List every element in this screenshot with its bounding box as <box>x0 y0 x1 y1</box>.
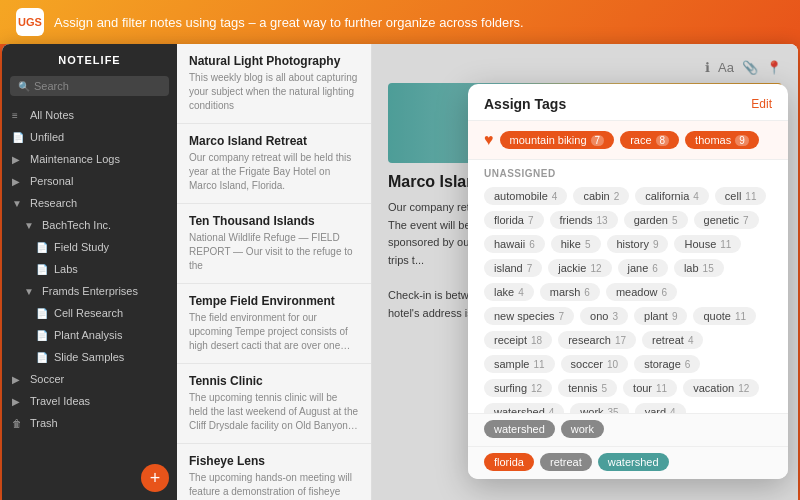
note-title: Fisheye Lens <box>189 454 359 468</box>
tag-storage[interactable]: storage6 <box>634 355 700 373</box>
tag-friends[interactable]: friends13 <box>550 211 618 229</box>
sidebar-item-trash[interactable]: 🗑 Trash <box>2 412 177 434</box>
tag-retreat[interactable]: retreat4 <box>642 331 703 349</box>
tag-lake[interactable]: lake4 <box>484 283 534 301</box>
search-icon: 🔍 <box>18 81 30 92</box>
tag-cabin[interactable]: cabin2 <box>573 187 629 205</box>
sidebar-item-slide-samples[interactable]: 📄 Slide Samples <box>2 346 177 368</box>
sidebar-item-all-notes[interactable]: ≡ All Notes <box>2 104 177 126</box>
tag-sample[interactable]: sample11 <box>484 355 555 373</box>
tag-meadow[interactable]: meadow6 <box>606 283 677 301</box>
add-note-button[interactable]: + <box>141 464 169 492</box>
doc-icon: 📄 <box>36 308 48 319</box>
doc-icon: 📄 <box>36 264 48 275</box>
sidebar-item-cell-research[interactable]: 📄 Cell Research <box>2 302 177 324</box>
sidebar-item-maintenance[interactable]: ▶ Maintenance Logs <box>2 148 177 170</box>
tag-california[interactable]: california4 <box>635 187 709 205</box>
modal-edit-button[interactable]: Edit <box>751 97 772 111</box>
tag-receipt[interactable]: receipt18 <box>484 331 552 349</box>
doc-icon: 📄 <box>36 352 48 363</box>
sidebar-item-soccer[interactable]: ▶ Soccer <box>2 368 177 390</box>
unassigned-label: UNASSIGNED <box>468 160 788 183</box>
tag-garden[interactable]: garden5 <box>624 211 688 229</box>
folder-open-icon: ▼ <box>24 286 36 297</box>
tag-hawaii[interactable]: hawaii6 <box>484 235 545 253</box>
note-item-photography[interactable]: Natural Light Photography This weekly bl… <box>177 44 371 124</box>
tag-plant[interactable]: plant9 <box>634 307 687 325</box>
sidebar-bottom: + <box>2 456 177 500</box>
tag-history[interactable]: history9 <box>607 235 669 253</box>
sidebar-header: NOTELIFE <box>2 44 177 72</box>
sidebar-item-plant-analysis[interactable]: 📄 Plant Analysis <box>2 324 177 346</box>
tag-florida[interactable]: florida7 <box>484 211 544 229</box>
tag-watershed[interactable]: watershed4 <box>484 403 564 413</box>
tag-quote[interactable]: quote11 <box>693 307 756 325</box>
note-title: Tennis Clinic <box>189 374 359 388</box>
sidebar-item-research[interactable]: ▼ Research <box>2 192 177 214</box>
note-title: Natural Light Photography <box>189 54 359 68</box>
note-title: Tempe Field Environment <box>189 294 359 308</box>
bottom-tags-bar-1: watershed work <box>468 413 788 446</box>
folder-icon: ▶ <box>12 154 24 165</box>
selected-tag-mountain-biking[interactable]: mountain biking 7 <box>500 131 615 149</box>
selected-tag-race[interactable]: race 8 <box>620 131 679 149</box>
top-banner: UGS Assign and filter notes using tags –… <box>0 0 800 44</box>
sidebar: NOTELIFE 🔍 Search ≡ All Notes 📄 Unfiled … <box>2 44 177 500</box>
note-item-tempe[interactable]: Tempe Field Environment The field enviro… <box>177 284 371 364</box>
sidebar-item-field-study[interactable]: 📄 Field Study <box>2 236 177 258</box>
sidebar-item-personal[interactable]: ▶ Personal <box>2 170 177 192</box>
tag-tennis[interactable]: tennis5 <box>558 379 617 397</box>
trash-icon: 🗑 <box>12 418 24 429</box>
note-preview: The upcoming hands-on meeting will featu… <box>189 471 359 500</box>
bottom-tag-retreat: retreat <box>540 453 592 471</box>
doc-icon: 📄 <box>12 132 24 143</box>
sidebar-item-labs[interactable]: 📄 Labs <box>2 258 177 280</box>
folder-icon: ▶ <box>12 176 24 187</box>
tag-research[interactable]: research17 <box>558 331 636 349</box>
folder-icon: ▶ <box>12 396 24 407</box>
bottom-tag-florida: florida <box>484 453 534 471</box>
note-content: ℹ Aa 📎 📍 Marco Island Retreat Our compan… <box>372 44 798 500</box>
assign-tags-modal: Assign Tags Edit ♥ mountain biking 7 rac… <box>468 84 788 479</box>
tag-lab[interactable]: lab15 <box>674 259 724 277</box>
tag-tour[interactable]: tour11 <box>623 379 677 397</box>
doc-icon: 📄 <box>36 242 48 253</box>
tag-surfing[interactable]: surfing12 <box>484 379 552 397</box>
sidebar-item-framds[interactable]: ▼ Framds Enterprises <box>2 280 177 302</box>
tag-island[interactable]: island7 <box>484 259 542 277</box>
tag-jane[interactable]: jane6 <box>618 259 668 277</box>
banner-logo: UGS <box>16 8 44 36</box>
tag-hike[interactable]: hike5 <box>551 235 601 253</box>
modal-header: Assign Tags Edit <box>468 84 788 121</box>
tag-work[interactable]: work35 <box>570 403 628 413</box>
modal-title: Assign Tags <box>484 96 566 112</box>
sidebar-item-bachtech[interactable]: ▼ BachTech Inc. <box>2 214 177 236</box>
sidebar-item-travel[interactable]: ▶ Travel Ideas <box>2 390 177 412</box>
tag-new-species[interactable]: new species7 <box>484 307 574 325</box>
tag-soccer[interactable]: soccer10 <box>561 355 629 373</box>
tag-marsh[interactable]: marsh6 <box>540 283 600 301</box>
banner-text: Assign and filter notes using tags – a g… <box>54 15 524 30</box>
note-item-tennis[interactable]: Tennis Clinic The upcoming tennis clinic… <box>177 364 371 444</box>
tag-cell[interactable]: cell11 <box>715 187 767 205</box>
note-item-fisheye[interactable]: Fisheye Lens The upcoming hands-on meeti… <box>177 444 371 500</box>
folder-open-icon: ▼ <box>12 198 24 209</box>
notes-list: Natural Light Photography This weekly bl… <box>177 44 372 500</box>
note-item-thousand-islands[interactable]: Ten Thousand Islands National Wildlife R… <box>177 204 371 284</box>
sidebar-search[interactable]: 🔍 Search <box>10 76 169 96</box>
tag-house[interactable]: House11 <box>674 235 741 253</box>
tag-vacation[interactable]: vacation12 <box>683 379 759 397</box>
tag-ono[interactable]: ono3 <box>580 307 628 325</box>
tag-genetic[interactable]: genetic7 <box>694 211 759 229</box>
note-item-marco[interactable]: Marco Island Retreat Our company retreat… <box>177 124 371 204</box>
tag-jackie[interactable]: jackie12 <box>548 259 611 277</box>
tags-grid: automobile4 cabin2 california4 cell11 fl… <box>468 183 788 413</box>
tag-automobile[interactable]: automobile4 <box>484 187 567 205</box>
sidebar-item-unfiled[interactable]: 📄 Unfiled <box>2 126 177 148</box>
selected-tags-row: ♥ mountain biking 7 race 8 thomas 9 <box>468 121 788 160</box>
note-preview: Our company retreat will be held this ye… <box>189 151 359 193</box>
note-preview: National Wildlife Refuge — FIELD REPORT … <box>189 231 359 273</box>
tag-yard[interactable]: yard4 <box>635 403 686 413</box>
selected-tag-thomas[interactable]: thomas 9 <box>685 131 759 149</box>
bottom-tag-watershed: watershed <box>484 420 555 438</box>
